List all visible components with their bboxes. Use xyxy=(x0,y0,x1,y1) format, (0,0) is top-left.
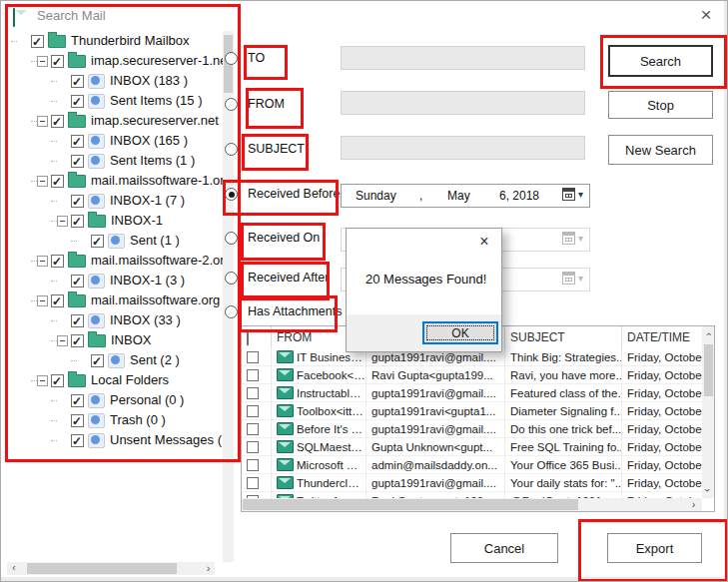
tree-hscroll-thumb[interactable] xyxy=(27,563,177,574)
checkbox-checked-icon[interactable] xyxy=(71,155,84,168)
checkbox-checked-icon[interactable] xyxy=(71,314,84,327)
row-checkbox[interactable] xyxy=(247,369,259,381)
row-checkbox[interactable] xyxy=(247,441,259,453)
radio-received-after[interactable] xyxy=(225,272,238,285)
row-checkbox[interactable] xyxy=(247,405,259,417)
new-search-button[interactable]: New Search xyxy=(608,135,713,165)
tree-item[interactable]: Unsent Messages ( xyxy=(9,430,223,450)
radio-received-on[interactable] xyxy=(225,232,238,245)
checkbox-checked-icon[interactable] xyxy=(51,255,64,268)
tree-item[interactable]: INBOX (33 ) xyxy=(9,310,223,330)
table-row[interactable]: Microsoft Office ...admin@mailsdaddy.on.… xyxy=(242,456,702,474)
checkbox-checked-icon[interactable] xyxy=(71,334,84,347)
table-row[interactable]: Facebook<notifi...Ravi Gupta<gupta199...… xyxy=(242,366,702,384)
window-close-icon[interactable]: × xyxy=(695,4,717,26)
tree-item[interactable]: Sent Items (1 ) xyxy=(9,151,223,171)
scroll-right-icon[interactable]: › xyxy=(687,498,700,511)
checkbox-checked-icon[interactable] xyxy=(51,115,64,128)
radio-subject[interactable] xyxy=(225,143,238,156)
received-before-datepicker[interactable]: Sunday , May 6, 2018 ▾ xyxy=(341,184,590,208)
collapse-icon[interactable] xyxy=(37,176,48,187)
radio-received-before[interactable] xyxy=(225,188,238,201)
tree-item[interactable]: Thunderbird Mailbox xyxy=(9,31,223,51)
row-checkbox[interactable] xyxy=(247,351,259,363)
tree-item[interactable]: INBOX-1 (7 ) xyxy=(9,191,223,211)
tree-item[interactable]: Sent Items (15 ) xyxy=(9,91,223,111)
tree-item[interactable]: INBOX xyxy=(9,330,223,350)
checkbox-checked-icon[interactable] xyxy=(71,434,84,447)
table-row[interactable]: Before It's News...gupta1991ravi@gmail..… xyxy=(242,420,702,438)
scroll-up-icon[interactable]: › xyxy=(702,328,714,340)
radio-from[interactable] xyxy=(225,98,238,111)
checkbox-checked-icon[interactable] xyxy=(51,175,64,188)
tree-item[interactable]: Sent (1 ) xyxy=(9,231,223,251)
row-checkbox[interactable] xyxy=(247,423,259,435)
tree-horizontal-scrollbar[interactable]: › › xyxy=(7,562,215,575)
scroll-left-icon[interactable]: › xyxy=(7,562,20,575)
tree-item[interactable]: INBOX-1 (3 ) xyxy=(9,271,223,291)
checkbox-checked-icon[interactable] xyxy=(71,135,84,148)
checkbox-checked-icon[interactable] xyxy=(91,354,104,367)
collapse-icon[interactable] xyxy=(57,335,68,346)
results-vscroll-thumb[interactable] xyxy=(704,344,713,396)
checkbox-checked-icon[interactable] xyxy=(71,414,84,427)
table-row[interactable]: Instructables<no...gupta1991ravi@gmail..… xyxy=(242,384,702,402)
checkbox-checked-icon[interactable] xyxy=(71,215,84,228)
collapse-icon[interactable] xyxy=(37,256,48,267)
checkbox-checked-icon[interactable] xyxy=(71,394,84,407)
select-all-checkbox[interactable] xyxy=(247,329,249,345)
collapse-icon[interactable] xyxy=(37,116,48,127)
scroll-down-icon[interactable]: › xyxy=(702,484,714,496)
stop-button[interactable]: Stop xyxy=(608,91,713,119)
tree-item[interactable]: INBOX (165 ) xyxy=(9,131,223,151)
cancel-button[interactable]: Cancel xyxy=(450,533,558,563)
dialog-close-icon[interactable]: × xyxy=(475,233,493,251)
collapse-icon[interactable] xyxy=(37,375,48,386)
date-month[interactable]: May xyxy=(447,189,470,203)
checkbox-checked-icon[interactable] xyxy=(91,235,104,248)
header-datetime[interactable]: DATE/TIME xyxy=(622,326,702,348)
tree-item[interactable]: mail.mailssoftware-1.or xyxy=(9,171,223,191)
tree-item[interactable]: INBOX (183 ) xyxy=(9,71,223,91)
checkbox-checked-icon[interactable] xyxy=(31,35,44,48)
ok-button[interactable]: OK xyxy=(422,321,498,344)
tree-item[interactable]: Personal (0 ) xyxy=(9,390,223,410)
search-button[interactable]: Search xyxy=(608,45,713,77)
radio-has-attachments[interactable] xyxy=(225,305,238,318)
header-subject[interactable]: SUBJECT xyxy=(505,326,622,348)
date-day-year[interactable]: 6, 2018 xyxy=(499,189,539,203)
row-checkbox[interactable] xyxy=(247,459,259,471)
results-vertical-scrollbar[interactable]: › › xyxy=(702,326,714,498)
table-row[interactable]: Thunderclap<he...gupta1991ravi@gmail....… xyxy=(242,474,702,492)
from-input[interactable] xyxy=(341,91,585,115)
checkbox-checked-icon[interactable] xyxy=(51,294,64,307)
row-checkbox[interactable] xyxy=(247,387,259,399)
tree-item[interactable]: Trash (0 ) xyxy=(9,410,223,430)
checkbox-checked-icon[interactable] xyxy=(71,275,84,288)
tree-item[interactable]: imap.secureserver.net xyxy=(9,111,223,131)
tree-item[interactable]: mail.mailssoftware-2.or xyxy=(9,251,223,271)
collapse-icon[interactable] xyxy=(57,216,68,227)
tree-item[interactable]: mail.mailssoftware.org xyxy=(9,291,223,310)
checkbox-checked-icon[interactable] xyxy=(71,95,84,108)
date-weekday[interactable]: Sunday xyxy=(356,189,396,203)
results-horizontal-scrollbar[interactable]: › xyxy=(242,498,702,511)
checkbox-checked-icon[interactable] xyxy=(51,374,64,387)
scroll-right-icon[interactable]: › xyxy=(202,562,215,575)
table-row[interactable]: SQLMaestros \(...Gupta Unknown<gupt...Fr… xyxy=(242,438,702,456)
results-hscroll-thumb[interactable] xyxy=(243,499,578,510)
checkbox-checked-icon[interactable] xyxy=(71,75,84,88)
collapse-icon[interactable] xyxy=(37,295,48,306)
table-row[interactable]: Toolbox<ittoolbo...gupta1991ravi<gupta1.… xyxy=(242,402,702,420)
calendar-dropdown[interactable]: ▾ xyxy=(562,188,583,201)
export-button[interactable]: Export xyxy=(607,533,702,563)
checkbox-checked-icon[interactable] xyxy=(51,55,64,68)
to-input[interactable] xyxy=(341,46,585,70)
subject-input[interactable] xyxy=(341,136,585,160)
tree-item[interactable]: Sent (2 ) xyxy=(9,350,223,370)
tree-item[interactable]: INBOX-1 xyxy=(9,211,223,231)
tree-item[interactable]: Local Folders xyxy=(9,370,223,390)
checkbox-checked-icon[interactable] xyxy=(71,195,84,208)
tree-item[interactable]: imap.secureserver-1.ne xyxy=(9,51,223,71)
row-checkbox[interactable] xyxy=(247,477,259,489)
